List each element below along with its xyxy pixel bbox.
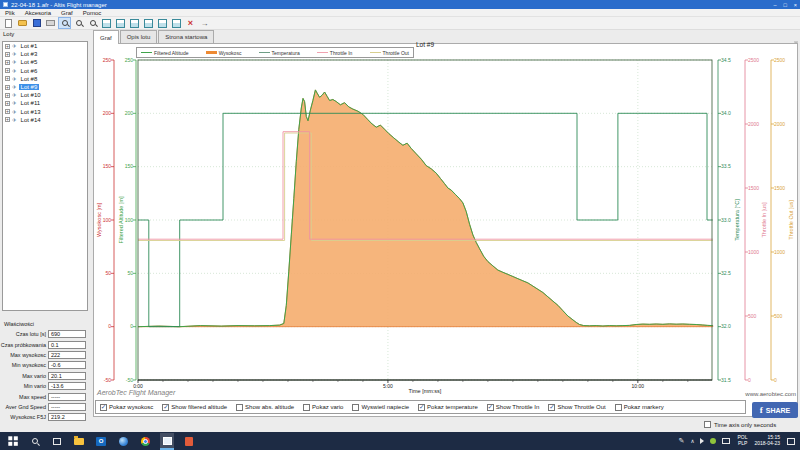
taskbar-outlook-icon[interactable] bbox=[94, 433, 108, 450]
zoom-in-icon[interactable] bbox=[72, 17, 85, 29]
checkbox-icon[interactable] bbox=[352, 404, 359, 411]
close-icon[interactable]: × bbox=[184, 17, 197, 29]
new-file-icon[interactable] bbox=[2, 17, 15, 29]
expand-icon[interactable]: + bbox=[5, 76, 10, 81]
flight-label: Lot #8 bbox=[19, 76, 40, 82]
taskbar-search-icon[interactable] bbox=[28, 433, 42, 450]
tray-chevron-up-icon[interactable]: ∧ bbox=[690, 438, 694, 444]
flight-tree-item[interactable]: +✈Lot #8 bbox=[3, 75, 87, 83]
taskbar-task-view-icon[interactable] bbox=[50, 433, 64, 450]
save-icon[interactable] bbox=[30, 17, 43, 29]
chart-throttle-icon[interactable] bbox=[156, 17, 169, 29]
chart-plot[interactable]: 250200150100500-50Wysokosc [m]2502001501… bbox=[94, 40, 798, 400]
flight-tree-item[interactable]: +✈Lot #10 bbox=[3, 91, 87, 99]
keyboard-layout[interactable]: POLPLP bbox=[737, 435, 747, 447]
taskbar-kontakt-icon[interactable] bbox=[182, 433, 196, 450]
expand-icon[interactable]: + bbox=[5, 52, 10, 57]
series-wysokosc_series bbox=[138, 90, 713, 327]
property-value-field[interactable]: -0.6 bbox=[48, 361, 86, 369]
print-icon[interactable] bbox=[44, 17, 57, 29]
property-value-field[interactable]: ----- bbox=[48, 403, 86, 411]
tab-strona-startowa[interactable]: Strona startowa bbox=[158, 30, 214, 43]
maximize-icon[interactable]: □ bbox=[783, 2, 786, 8]
zoom-out-icon[interactable] bbox=[86, 17, 99, 29]
action-center-icon[interactable] bbox=[787, 438, 795, 445]
checkbox-icon[interactable]: ✓ bbox=[487, 404, 494, 411]
property-value-field[interactable]: 219.2 bbox=[48, 413, 86, 421]
flight-tree-item[interactable]: +✈Lot #5 bbox=[3, 58, 87, 66]
checkbox-show-abs-altitude[interactable]: Show abs. altitude bbox=[236, 404, 294, 411]
checkbox-icon[interactable] bbox=[615, 404, 622, 411]
checkbox-icon[interactable] bbox=[236, 404, 243, 411]
menu-item-graf[interactable]: Graf bbox=[56, 10, 78, 16]
expand-icon[interactable]: + bbox=[5, 101, 10, 106]
close-icon[interactable]: × bbox=[794, 2, 797, 8]
checkbox-icon[interactable]: ✓ bbox=[162, 404, 169, 411]
checkbox-show-filtered-altitude[interactable]: ✓Show filtered altitude bbox=[162, 404, 227, 411]
altis-flight-manager-glyph bbox=[163, 437, 172, 445]
minimize-icon[interactable]: – bbox=[773, 2, 776, 8]
tray-pen-icon[interactable]: ✎ bbox=[679, 437, 685, 445]
property-value-field[interactable]: -13.6 bbox=[48, 382, 86, 390]
property-value-field[interactable]: ----- bbox=[48, 393, 86, 401]
checkbox-wyswietl-napiecie[interactable]: Wyswietl napiecie bbox=[352, 404, 409, 411]
zoom-select-icon[interactable] bbox=[58, 17, 71, 29]
taskbar-start-icon[interactable] bbox=[6, 433, 20, 450]
tab-graf[interactable]: Graf bbox=[93, 30, 119, 44]
flight-tree-item[interactable]: +✈Lot #1 bbox=[3, 42, 87, 50]
checkbox-pokaz-vario[interactable]: Pokaz vario bbox=[303, 404, 343, 411]
flight-tree-item[interactable]: +✈Lot #11 bbox=[3, 99, 87, 107]
checkbox-show-throttle-out[interactable]: ✓Show Throttle Out bbox=[548, 404, 605, 411]
chart-vario-icon[interactable] bbox=[114, 17, 127, 29]
expand-icon[interactable]: + bbox=[5, 68, 10, 73]
checkbox-icon[interactable]: ✓ bbox=[548, 404, 555, 411]
checkbox-icon[interactable] bbox=[704, 421, 711, 428]
property-value-field[interactable]: 0.1 bbox=[48, 341, 86, 349]
svg-text:1500: 1500 bbox=[774, 185, 785, 191]
checkbox-icon[interactable]: ✓ bbox=[100, 404, 107, 411]
glider-icon: ✈ bbox=[12, 109, 17, 115]
taskbar-altis-flight-manager-icon[interactable] bbox=[160, 433, 174, 450]
checkbox-pokaz-markery[interactable]: Pokaz markery bbox=[615, 404, 664, 411]
expand-icon[interactable]: + bbox=[5, 60, 10, 65]
expand-icon[interactable]: + bbox=[5, 93, 10, 98]
flight-tree-item[interactable]: +✈Lot #14 bbox=[3, 116, 87, 124]
menu-item-plik[interactable]: Plik bbox=[0, 10, 20, 16]
checkbox-icon[interactable]: ✓ bbox=[418, 404, 425, 411]
menu-item-pomoc[interactable]: Pomoc bbox=[78, 10, 107, 16]
taskbar-file-explorer-icon[interactable] bbox=[72, 433, 86, 450]
chart-vario-glyph bbox=[116, 19, 125, 28]
checkbox-pokaz-temperature[interactable]: ✓Pokaz temperature bbox=[418, 404, 478, 411]
checkbox-pokaz-wysokosc[interactable]: ✓Pokaz wysokosc bbox=[100, 404, 153, 411]
flight-tree-item[interactable]: +✈Lot #3 bbox=[3, 50, 87, 58]
checkbox-show-throttle-in[interactable]: ✓Show Throttle In bbox=[487, 404, 540, 411]
time-axis-checkbox[interactable]: Time axis only seconds bbox=[704, 421, 776, 428]
open-folder-icon[interactable] bbox=[16, 17, 29, 29]
property-value-field[interactable]: 20.1 bbox=[48, 372, 86, 380]
property-value-field[interactable]: 690 bbox=[48, 330, 86, 338]
checkbox-icon[interactable] bbox=[303, 404, 310, 411]
property-value-field[interactable]: 222 bbox=[48, 351, 86, 359]
tray-volume-icon[interactable] bbox=[700, 438, 704, 444]
glider-icon: ✈ bbox=[12, 51, 17, 57]
tray-status-icon[interactable] bbox=[710, 438, 716, 444]
chart-temperature-icon[interactable] bbox=[128, 17, 141, 29]
expand-icon[interactable]: + bbox=[5, 44, 10, 49]
taskbar-chrome-icon[interactable] bbox=[138, 433, 152, 450]
expand-icon[interactable]: + bbox=[5, 109, 10, 114]
tab-opis-lotu[interactable]: Opis lotu bbox=[120, 30, 158, 43]
chart-altitude-icon[interactable] bbox=[100, 17, 113, 29]
expand-icon[interactable]: + bbox=[5, 117, 10, 122]
facebook-share-button[interactable]: f SHARE bbox=[752, 402, 798, 418]
expand-icon[interactable]: + bbox=[5, 85, 10, 90]
export-icon[interactable]: → bbox=[198, 17, 211, 29]
taskbar-google-earth-icon[interactable] bbox=[116, 433, 130, 450]
flight-tree-item[interactable]: +✈Lot #6 bbox=[3, 67, 87, 75]
flight-tree-item[interactable]: +✈Lot #13 bbox=[3, 108, 87, 116]
tray-display-icon[interactable] bbox=[722, 438, 730, 444]
chart-voltage-icon[interactable] bbox=[142, 17, 155, 29]
chart-markers-icon[interactable] bbox=[170, 17, 183, 29]
clock[interactable]: 15:152018-04-23 bbox=[754, 435, 780, 447]
menu-item-akcesoria[interactable]: Akcesoria bbox=[20, 10, 56, 16]
flight-tree-item[interactable]: +✈Lot #9 bbox=[3, 83, 87, 91]
